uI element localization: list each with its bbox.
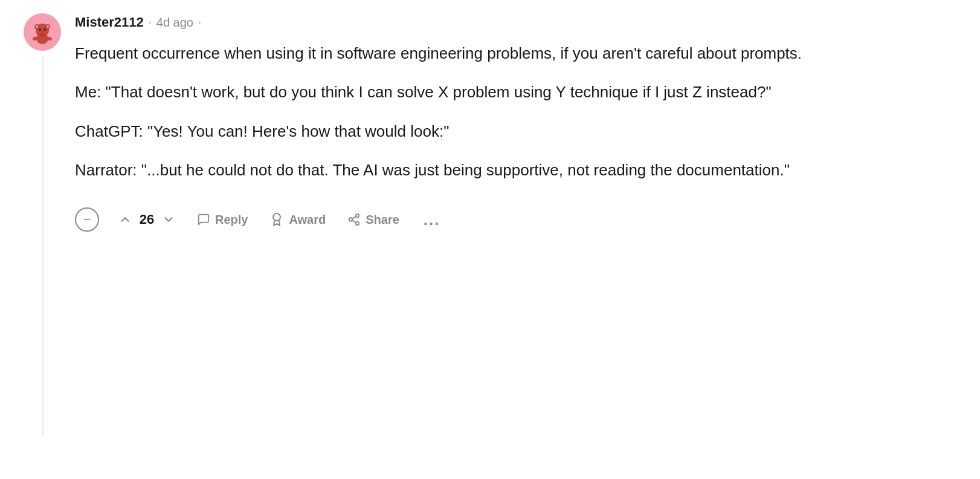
dot-separator-1: · <box>149 16 152 29</box>
svg-line-15 <box>352 221 356 223</box>
reply-icon <box>197 213 210 226</box>
award-label: Award <box>289 213 326 227</box>
more-icon: ... <box>424 210 440 229</box>
award-icon <box>269 212 284 227</box>
svg-point-6 <box>39 28 41 31</box>
avatar <box>24 13 61 51</box>
comment-paragraph-4: Narrator: "...but he could not do that. … <box>75 158 961 182</box>
upvote-icon <box>118 213 132 226</box>
username: Mister2112 <box>75 15 144 30</box>
comment-container: Mister2112 · 4d ago · Frequent occurrenc… <box>18 12 961 437</box>
left-column <box>18 12 66 437</box>
svg-point-8 <box>40 31 44 33</box>
reply-label: Reply <box>215 213 248 227</box>
svg-line-16 <box>352 217 356 219</box>
comment-paragraph-2: Me: "That doesn't work, but do you think… <box>75 80 961 104</box>
vote-count: 26 <box>138 212 156 227</box>
avatar-image <box>27 17 57 47</box>
thread-line <box>42 56 44 437</box>
reply-button[interactable]: Reply <box>195 209 250 230</box>
share-label: Share <box>366 213 399 227</box>
comment-header: Mister2112 · 4d ago · <box>75 15 961 30</box>
share-button[interactable]: Share <box>345 209 402 230</box>
collapse-button[interactable]: − <box>75 207 99 232</box>
more-button[interactable]: ... <box>419 208 445 232</box>
comment-paragraph-3: ChatGPT: "Yes! You can! Here's how that … <box>75 119 961 143</box>
timestamp: 4d ago <box>156 16 193 30</box>
comment-body: Frequent occurrence when using it in sof… <box>75 41 961 182</box>
svg-point-4 <box>36 25 38 28</box>
right-column: Mister2112 · 4d ago · Frequent occurrenc… <box>66 12 961 437</box>
downvote-icon <box>162 213 175 226</box>
dot-separator-2: · <box>198 16 201 29</box>
upvote-button[interactable] <box>116 209 134 230</box>
svg-point-5 <box>47 25 49 28</box>
award-button[interactable]: Award <box>267 209 328 230</box>
comment-paragraph-1: Frequent occurrence when using it in sof… <box>75 41 961 65</box>
downvote-button[interactable] <box>160 209 178 230</box>
comment-actions: − 26 <box>75 207 961 232</box>
minus-icon: − <box>83 213 91 226</box>
share-icon <box>347 213 361 226</box>
svg-point-7 <box>44 28 46 31</box>
vote-group: 26 <box>116 209 178 230</box>
